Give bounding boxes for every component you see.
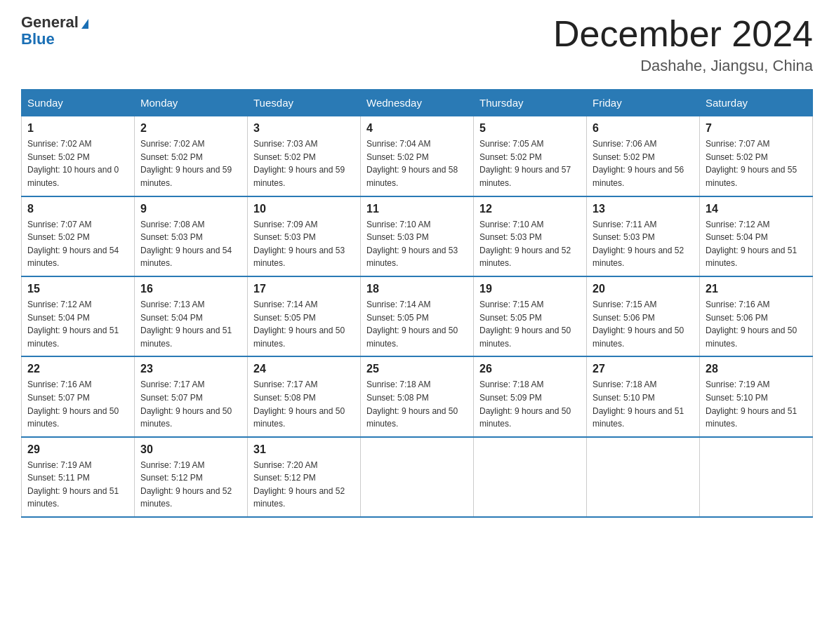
table-row: 13 Sunrise: 7:11 AM Sunset: 5:03 PM Dayl… [587,196,700,276]
table-row: 8 Sunrise: 7:07 AM Sunset: 5:02 PM Dayli… [22,196,135,276]
day-number: 28 [706,363,807,375]
calendar-header-row: Sunday Monday Tuesday Wednesday Thursday… [22,90,813,116]
header-sunday: Sunday [22,90,135,116]
day-info: Sunrise: 7:15 AM Sunset: 5:06 PM Dayligh… [593,298,694,350]
day-info: Sunrise: 7:13 AM Sunset: 5:04 PM Dayligh… [140,298,241,350]
day-number: 12 [479,203,581,215]
table-row: 19 Sunrise: 7:15 AM Sunset: 5:05 PM Dayl… [474,276,587,356]
table-row: 15 Sunrise: 7:12 AM Sunset: 5:04 PM Dayl… [22,276,135,356]
page-header: General Blue December 2024 Dashahe, Jian… [21,14,813,75]
table-row: 10 Sunrise: 7:09 AM Sunset: 5:03 PM Dayl… [248,196,361,276]
table-row [587,437,700,517]
day-number: 21 [706,283,807,295]
day-info: Sunrise: 7:10 AM Sunset: 5:03 PM Dayligh… [479,218,581,270]
day-number: 9 [140,203,241,215]
table-row: 20 Sunrise: 7:15 AM Sunset: 5:06 PM Dayl… [587,276,700,356]
day-info: Sunrise: 7:04 AM Sunset: 5:02 PM Dayligh… [366,137,468,189]
day-number: 6 [593,122,694,135]
table-row: 12 Sunrise: 7:10 AM Sunset: 5:03 PM Dayl… [474,196,587,276]
day-info: Sunrise: 7:08 AM Sunset: 5:03 PM Dayligh… [140,218,241,270]
table-row: 26 Sunrise: 7:18 AM Sunset: 5:09 PM Dayl… [474,356,587,436]
table-row: 3 Sunrise: 7:03 AM Sunset: 5:02 PM Dayli… [248,116,361,196]
header-wednesday: Wednesday [361,90,474,116]
day-number: 13 [593,203,694,215]
week-row-2: 8 Sunrise: 7:07 AM Sunset: 5:02 PM Dayli… [22,196,813,276]
table-row: 18 Sunrise: 7:14 AM Sunset: 5:05 PM Dayl… [361,276,474,356]
table-row: 28 Sunrise: 7:19 AM Sunset: 5:10 PM Dayl… [700,356,813,436]
day-info: Sunrise: 7:02 AM Sunset: 5:02 PM Dayligh… [140,137,241,189]
week-row-5: 29 Sunrise: 7:19 AM Sunset: 5:11 PM Dayl… [22,437,813,517]
header-saturday: Saturday [700,90,813,116]
day-info: Sunrise: 7:12 AM Sunset: 5:04 PM Dayligh… [27,298,128,350]
day-number: 17 [253,283,355,295]
week-row-4: 22 Sunrise: 7:16 AM Sunset: 5:07 PM Dayl… [22,356,813,436]
table-row: 31 Sunrise: 7:20 AM Sunset: 5:12 PM Dayl… [248,437,361,517]
table-row: 23 Sunrise: 7:17 AM Sunset: 5:07 PM Dayl… [135,356,248,436]
table-row [361,437,474,517]
table-row: 25 Sunrise: 7:18 AM Sunset: 5:08 PM Dayl… [361,356,474,436]
day-info: Sunrise: 7:07 AM Sunset: 5:02 PM Dayligh… [27,218,128,270]
week-row-1: 1 Sunrise: 7:02 AM Sunset: 5:02 PM Dayli… [22,116,813,196]
day-number: 24 [253,363,355,375]
table-row: 24 Sunrise: 7:17 AM Sunset: 5:08 PM Dayl… [248,356,361,436]
logo-blue-text: Blue [21,31,55,48]
location: Dashahe, Jiangsu, China [553,57,813,75]
day-info: Sunrise: 7:11 AM Sunset: 5:03 PM Dayligh… [593,218,694,270]
day-number: 27 [593,363,694,375]
day-info: Sunrise: 7:14 AM Sunset: 5:05 PM Dayligh… [366,298,468,350]
day-number: 1 [27,122,128,135]
day-info: Sunrise: 7:09 AM Sunset: 5:03 PM Dayligh… [253,218,355,270]
day-info: Sunrise: 7:15 AM Sunset: 5:05 PM Dayligh… [479,298,581,350]
table-row: 16 Sunrise: 7:13 AM Sunset: 5:04 PM Dayl… [135,276,248,356]
day-number: 5 [479,122,581,135]
day-number: 23 [140,363,241,375]
day-info: Sunrise: 7:19 AM Sunset: 5:11 PM Dayligh… [27,459,128,511]
day-info: Sunrise: 7:06 AM Sunset: 5:02 PM Dayligh… [593,137,694,189]
day-info: Sunrise: 7:19 AM Sunset: 5:12 PM Dayligh… [140,459,241,511]
day-info: Sunrise: 7:14 AM Sunset: 5:05 PM Dayligh… [253,298,355,350]
day-info: Sunrise: 7:18 AM Sunset: 5:08 PM Dayligh… [366,378,468,430]
day-number: 8 [27,203,128,215]
table-row: 14 Sunrise: 7:12 AM Sunset: 5:04 PM Dayl… [700,196,813,276]
table-row: 2 Sunrise: 7:02 AM Sunset: 5:02 PM Dayli… [135,116,248,196]
table-row: 4 Sunrise: 7:04 AM Sunset: 5:02 PM Dayli… [361,116,474,196]
day-number: 29 [27,443,128,456]
day-number: 22 [27,363,128,375]
day-number: 30 [140,443,241,456]
day-info: Sunrise: 7:18 AM Sunset: 5:09 PM Dayligh… [479,378,581,430]
day-number: 4 [366,122,468,135]
day-info: Sunrise: 7:07 AM Sunset: 5:02 PM Dayligh… [706,137,807,189]
table-row: 11 Sunrise: 7:10 AM Sunset: 5:03 PM Dayl… [361,196,474,276]
day-info: Sunrise: 7:18 AM Sunset: 5:10 PM Dayligh… [593,378,694,430]
week-row-3: 15 Sunrise: 7:12 AM Sunset: 5:04 PM Dayl… [22,276,813,356]
day-number: 7 [706,122,807,135]
day-number: 3 [253,122,355,135]
day-info: Sunrise: 7:12 AM Sunset: 5:04 PM Dayligh… [706,218,807,270]
table-row: 30 Sunrise: 7:19 AM Sunset: 5:12 PM Dayl… [135,437,248,517]
day-number: 14 [706,203,807,215]
logo: General Blue [21,14,88,48]
day-info: Sunrise: 7:17 AM Sunset: 5:07 PM Dayligh… [140,378,241,430]
header-friday: Friday [587,90,700,116]
header-tuesday: Tuesday [248,90,361,116]
day-info: Sunrise: 7:05 AM Sunset: 5:02 PM Dayligh… [479,137,581,189]
day-info: Sunrise: 7:16 AM Sunset: 5:07 PM Dayligh… [27,378,128,430]
table-row [700,437,813,517]
table-row: 22 Sunrise: 7:16 AM Sunset: 5:07 PM Dayl… [22,356,135,436]
header-thursday: Thursday [474,90,587,116]
table-row [474,437,587,517]
logo-text: General [21,14,88,31]
calendar-table: Sunday Monday Tuesday Wednesday Thursday… [21,89,813,518]
day-number: 19 [479,283,581,295]
table-row: 29 Sunrise: 7:19 AM Sunset: 5:11 PM Dayl… [22,437,135,517]
day-info: Sunrise: 7:17 AM Sunset: 5:08 PM Dayligh… [253,378,355,430]
day-info: Sunrise: 7:10 AM Sunset: 5:03 PM Dayligh… [366,218,468,270]
table-row: 7 Sunrise: 7:07 AM Sunset: 5:02 PM Dayli… [700,116,813,196]
day-info: Sunrise: 7:03 AM Sunset: 5:02 PM Dayligh… [253,137,355,189]
table-row: 6 Sunrise: 7:06 AM Sunset: 5:02 PM Dayli… [587,116,700,196]
month-title: December 2024 [553,14,813,54]
day-number: 16 [140,283,241,295]
day-number: 25 [366,363,468,375]
table-row: 17 Sunrise: 7:14 AM Sunset: 5:05 PM Dayl… [248,276,361,356]
day-info: Sunrise: 7:16 AM Sunset: 5:06 PM Dayligh… [706,298,807,350]
